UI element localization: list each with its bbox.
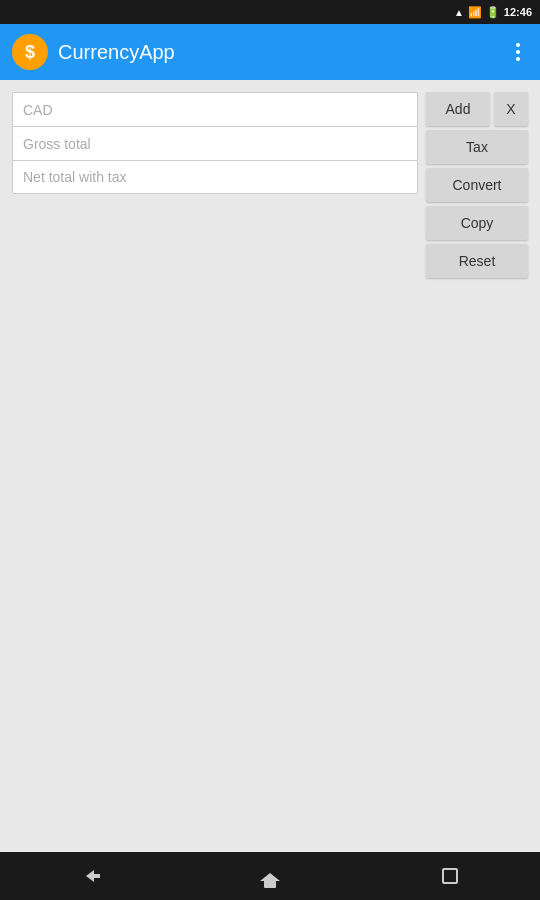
status-icons: ▲ 📶 🔋 12:46	[454, 6, 532, 19]
overflow-dot-1	[516, 43, 520, 47]
tax-button[interactable]: Tax	[426, 130, 528, 164]
convert-button[interactable]: Convert	[426, 168, 528, 202]
gross-total-input[interactable]	[12, 126, 418, 160]
copy-button[interactable]: Copy	[426, 206, 528, 240]
home-nav-button[interactable]	[180, 852, 360, 900]
net-total-input[interactable]	[12, 160, 418, 194]
add-button[interactable]: Add	[426, 92, 490, 126]
overflow-dot-3	[516, 57, 520, 61]
time-display: 12:46	[504, 6, 532, 18]
recents-nav-button[interactable]	[360, 852, 540, 900]
add-x-row: Add X	[426, 92, 528, 126]
overflow-dot-2	[516, 50, 520, 54]
app-icon: $	[12, 34, 48, 70]
wifi-icon: 📶	[468, 6, 482, 19]
app-bar-left: $ CurrencyApp	[12, 34, 175, 70]
form-area: Add X Tax Convert Copy Reset	[12, 92, 528, 278]
status-bar: ▲ 📶 🔋 12:46	[0, 0, 540, 24]
recents-icon	[442, 868, 458, 884]
reset-button[interactable]: Reset	[426, 244, 528, 278]
battery-icon: 🔋	[486, 6, 500, 19]
app-bar: $ CurrencyApp	[0, 24, 540, 80]
app-icon-label: $	[25, 42, 35, 63]
overflow-menu-button[interactable]	[508, 35, 528, 69]
x-button[interactable]: X	[494, 92, 528, 126]
buttons-column: Add X Tax Convert Copy Reset	[426, 92, 528, 278]
back-icon	[80, 869, 100, 883]
inputs-column	[12, 92, 418, 278]
back-nav-button[interactable]	[0, 852, 180, 900]
currency-input[interactable]	[12, 92, 418, 126]
signal-icon: ▲	[454, 7, 464, 18]
main-content: Add X Tax Convert Copy Reset	[0, 80, 540, 852]
app-title: CurrencyApp	[58, 41, 175, 64]
nav-bar	[0, 852, 540, 900]
home-icon	[260, 867, 280, 885]
